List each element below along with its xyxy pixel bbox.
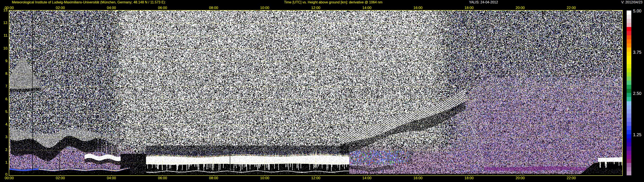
y-tick: 1. bbox=[0, 160, 8, 165]
x-tick-top: 06:00 bbox=[154, 6, 172, 10]
colorbar-block bbox=[626, 14, 631, 19]
colorbar-block bbox=[626, 113, 631, 117]
x-tick-top: 12:00 bbox=[307, 6, 325, 10]
x-tick-bottom: 08:00 bbox=[204, 176, 222, 180]
x-tick-bottom: 10:00 bbox=[256, 176, 274, 180]
x-tick-top: 18:00 bbox=[460, 6, 478, 10]
heatmap-canvas bbox=[9, 10, 622, 175]
y-tick: 11. bbox=[0, 33, 8, 37]
colorbar-block bbox=[626, 23, 631, 27]
colorbar-block bbox=[626, 10, 631, 14]
colorbar-tick: 1.25 bbox=[633, 133, 642, 137]
colorbar-block bbox=[626, 163, 631, 167]
colorbar-block bbox=[626, 159, 631, 163]
y-tick: 4. bbox=[0, 122, 8, 126]
colorbar-block bbox=[626, 56, 631, 60]
plot-title: Time [UTC] vs. Height above ground [km]:… bbox=[284, 0, 382, 4]
y-tick: 5. bbox=[0, 110, 8, 114]
colorbar-block bbox=[626, 171, 631, 175]
colorbar-block bbox=[626, 167, 631, 171]
version-label: V: 2012/04/23 bbox=[621, 0, 642, 4]
colorbar-block bbox=[626, 134, 631, 138]
x-tick-top: 02:00 bbox=[51, 6, 69, 10]
x-tick-top: 22:00 bbox=[562, 6, 580, 10]
institute-label: Meteorological Institute of Ludwig-Maxim… bbox=[12, 0, 166, 4]
colorbar-block bbox=[626, 105, 631, 109]
x-tick-bottom: 18:00 bbox=[460, 176, 478, 180]
y-tick: 8. bbox=[0, 72, 8, 76]
colorbar-block bbox=[626, 43, 631, 48]
y-tick: 13. bbox=[0, 8, 8, 12]
instrument-date-label: YALIS: 24-04-2012 bbox=[469, 0, 498, 4]
colorbar-block bbox=[626, 52, 631, 56]
colorbar-block bbox=[626, 130, 631, 134]
x-tick-bottom: 12:00 bbox=[307, 176, 325, 180]
y-tick: 2. bbox=[0, 148, 8, 152]
colorbar-tick: 2.50 bbox=[633, 91, 642, 95]
x-tick-bottom: 04:00 bbox=[102, 176, 120, 180]
colorbar-block bbox=[626, 126, 631, 130]
colorbar-block bbox=[626, 93, 631, 97]
x-tick-bottom: 14:00 bbox=[358, 176, 376, 180]
x-tick-top: 20:00 bbox=[511, 6, 529, 10]
x-tick-top: 08:00 bbox=[204, 6, 222, 10]
y-tick: 10. bbox=[0, 46, 8, 50]
colorbar-block bbox=[626, 39, 631, 43]
colorbar-block bbox=[626, 101, 631, 105]
colorbar-block bbox=[626, 122, 631, 126]
colorbar-block bbox=[626, 27, 631, 31]
y-tick: 3. bbox=[0, 135, 8, 139]
colorbar-block bbox=[626, 118, 631, 122]
colorbar-block bbox=[626, 68, 631, 72]
colorbar-block bbox=[626, 155, 631, 159]
plot-frame bbox=[9, 10, 623, 176]
x-tick-top: 14:00 bbox=[358, 6, 376, 10]
colorbar-block bbox=[626, 109, 631, 113]
colorbar-tick: 5.00 bbox=[633, 9, 642, 13]
colorbar-block bbox=[626, 81, 631, 85]
colorbar-tick: 3.75 bbox=[633, 50, 642, 54]
y-tick: 6. bbox=[0, 97, 8, 101]
y-tick: 9. bbox=[0, 59, 8, 63]
x-tick-bottom: 20:00 bbox=[511, 176, 529, 180]
colorbar-block bbox=[626, 35, 631, 39]
colorbar-block bbox=[626, 89, 631, 93]
colorbar-block bbox=[626, 72, 631, 77]
colorbar-block bbox=[626, 138, 631, 142]
colorbar-block bbox=[626, 64, 631, 68]
colorbar-block bbox=[626, 85, 631, 89]
y-tick: 12. bbox=[0, 21, 8, 25]
colorbar-block bbox=[626, 48, 631, 52]
x-tick-bottom: 22:00 bbox=[562, 176, 580, 180]
x-tick-top: 04:00 bbox=[102, 6, 120, 10]
colorbar-block bbox=[626, 19, 631, 23]
x-tick-bottom: 16:00 bbox=[409, 176, 427, 180]
y-tick: 7. bbox=[0, 84, 8, 88]
colorbar-block bbox=[626, 146, 631, 151]
x-tick-top: 10:00 bbox=[256, 6, 274, 10]
x-tick-top: 16:00 bbox=[409, 6, 427, 10]
colorbar-block bbox=[626, 151, 631, 155]
colorbar bbox=[626, 10, 631, 175]
colorbar-block bbox=[626, 142, 631, 146]
colorbar-block bbox=[626, 97, 631, 101]
colorbar-block bbox=[626, 60, 631, 64]
lidar-quicklook-page: Meteorological Institute of Ludwig-Maxim… bbox=[0, 0, 644, 182]
x-tick-bottom: 06:00 bbox=[154, 176, 172, 180]
x-tick-bottom: 00:00 bbox=[0, 176, 18, 180]
x-tick-bottom: 02:00 bbox=[51, 176, 69, 180]
colorbar-block bbox=[626, 31, 631, 35]
colorbar-block bbox=[626, 77, 631, 81]
